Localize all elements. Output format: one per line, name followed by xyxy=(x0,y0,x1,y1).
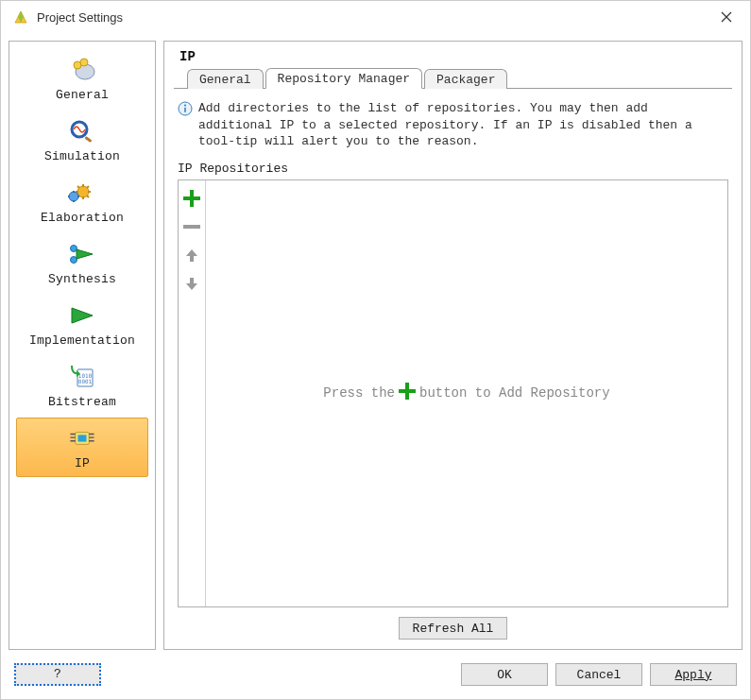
svg-point-2 xyxy=(80,59,88,66)
elaboration-icon xyxy=(65,179,99,207)
tab-general[interactable]: General xyxy=(187,69,264,89)
dialog-footer: ? OK Cancel Apply xyxy=(1,657,750,699)
empty-placeholder: Press the button to Add Repository xyxy=(323,383,609,403)
sidebar-item-simulation[interactable]: Simulation xyxy=(16,111,148,170)
sidebar-item-label: Synthesis xyxy=(48,272,116,286)
move-down-button[interactable] xyxy=(181,273,202,294)
sidebar-item-label: IP xyxy=(75,456,90,470)
repo-toolbar xyxy=(179,180,205,606)
tab-label: Packager xyxy=(436,73,495,87)
ip-repositories-label: IP Repositories xyxy=(178,162,732,176)
info-text: Add directories to the list of repositor… xyxy=(198,100,728,150)
sidebar-item-label: Elaboration xyxy=(41,211,124,225)
svg-point-8 xyxy=(71,257,77,264)
simulation-icon xyxy=(65,117,99,145)
plus-icon xyxy=(399,383,416,403)
synthesis-icon xyxy=(65,240,99,268)
tab-label: Repository Manager xyxy=(278,72,410,86)
tab-packager[interactable]: Packager xyxy=(424,69,507,89)
dialog-body: General Simulation xyxy=(1,33,750,657)
sidebar-item-label: Bitstream xyxy=(48,395,116,409)
panel-title: IP xyxy=(179,49,732,64)
sidebar-item-synthesis[interactable]: Synthesis xyxy=(16,233,148,293)
placeholder-suffix: button to Add Repository xyxy=(419,385,610,401)
tab-label: General xyxy=(199,73,251,87)
refresh-row: Refresh All xyxy=(174,617,732,640)
help-button[interactable]: ? xyxy=(14,663,101,686)
apply-button[interactable]: Apply xyxy=(650,663,737,686)
implementation-icon xyxy=(65,301,99,330)
bitstream-icon: 1010 0001 xyxy=(65,363,99,391)
repository-list[interactable]: Press the button to Add Repository xyxy=(205,180,727,606)
move-up-button[interactable] xyxy=(181,245,202,265)
placeholder-prefix: Press the xyxy=(323,385,395,401)
ip-repositories-area: Press the button to Add Repository xyxy=(178,179,728,607)
sidebar: General Simulation xyxy=(9,41,156,650)
sidebar-item-label: General xyxy=(56,88,109,102)
refresh-all-button[interactable]: Refresh All xyxy=(399,617,508,640)
svg-rect-15 xyxy=(184,108,186,112)
tab-repository-manager[interactable]: Repository Manager xyxy=(265,68,422,89)
general-icon xyxy=(65,56,99,84)
sidebar-item-general[interactable]: General xyxy=(16,49,148,109)
svg-point-6 xyxy=(69,192,78,201)
sidebar-item-label: Simulation xyxy=(44,149,120,163)
ip-icon xyxy=(65,424,99,452)
sidebar-item-implementation[interactable]: Implementation xyxy=(16,295,148,354)
info-message: Add directories to the list of repositor… xyxy=(178,100,728,150)
svg-point-16 xyxy=(184,104,186,106)
ok-button[interactable]: OK xyxy=(461,663,548,686)
project-settings-dialog: Project Settings General xyxy=(0,0,751,700)
svg-text:0001: 0001 xyxy=(78,378,93,384)
add-repository-button[interactable] xyxy=(181,188,202,209)
svg-point-7 xyxy=(71,246,77,252)
svg-rect-4 xyxy=(84,136,92,143)
window-title: Project Settings xyxy=(37,10,710,25)
info-icon xyxy=(178,101,193,116)
titlebar: Project Settings xyxy=(1,1,750,33)
sidebar-item-ip[interactable]: IP xyxy=(16,418,148,477)
cancel-button[interactable]: Cancel xyxy=(555,663,642,686)
main-panel: IP General Repository Manager Packager A… xyxy=(163,41,742,650)
tabstrip: General Repository Manager Packager xyxy=(174,66,732,89)
remove-repository-button[interactable] xyxy=(181,216,202,237)
action-buttons: OK Cancel Apply xyxy=(461,663,737,686)
close-button[interactable] xyxy=(710,5,742,29)
sidebar-item-label: Implementation xyxy=(29,333,135,348)
sidebar-item-elaboration[interactable]: Elaboration xyxy=(16,172,148,231)
app-logo-icon xyxy=(12,9,29,26)
sidebar-item-bitstream[interactable]: 1010 0001 Bitstream xyxy=(16,356,148,416)
svg-rect-13 xyxy=(78,435,87,441)
